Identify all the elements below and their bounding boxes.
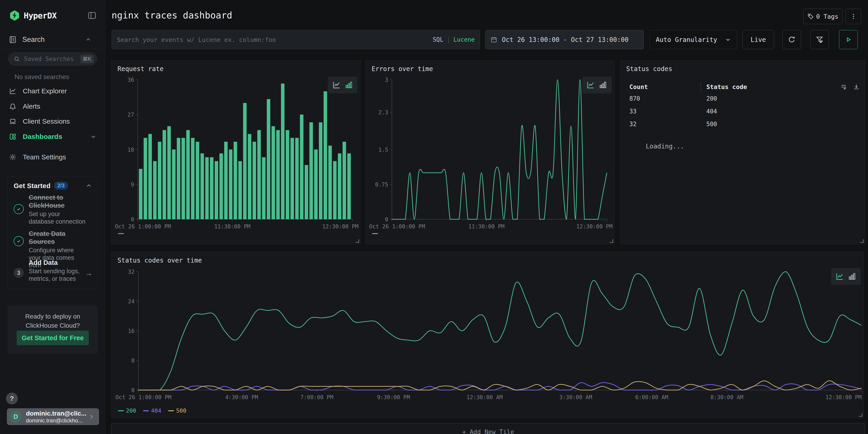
sql-toggle[interactable]: SQL (433, 36, 443, 43)
lang-divider: | (446, 36, 450, 43)
sidebar-item-dashboards[interactable]: Dashboards (0, 130, 105, 143)
event-search-input[interactable]: Search your events w/ Lucene ex. column:… (112, 30, 480, 49)
brand-row: HyperDX (9, 9, 97, 22)
resize-handle[interactable] (356, 239, 359, 243)
table-row[interactable]: 32 500 (620, 121, 865, 133)
bar-chart-toggle-icon[interactable] (847, 272, 857, 281)
task-desc: Set up your database connection (29, 210, 86, 225)
bar-chart-toggle-icon[interactable] (344, 81, 353, 90)
promo-line2: ClickHouse Cloud? (26, 322, 80, 329)
table-row[interactable]: 33 404 (620, 108, 865, 121)
filter-button[interactable] (810, 30, 829, 49)
svg-text:2.3: 2.3 (378, 109, 388, 116)
loading-text: Loading... (646, 143, 684, 150)
granularity-value: Auto Granularity (656, 36, 717, 43)
page-title: nginx traces dashboard (112, 10, 232, 21)
lucene-toggle[interactable]: Lucene (453, 36, 475, 43)
errors-over-time-chart[interactable]: 00.751.52.33Oct 26 1:00:00 PM11:30:00 PM… (366, 61, 614, 244)
status-codes-over-time-chart[interactable]: 08162432Oct 26 1:00:00 PM4:30:00 PM7:00:… (112, 252, 863, 418)
shortcut-badge: ⌘K (81, 55, 94, 63)
request-rate-chart[interactable]: 09182736Oct 26 1:00:00 PM11:30:00 PM12:3… (112, 61, 360, 244)
line-chart-toggle-icon[interactable] (586, 81, 595, 90)
legend-item (118, 233, 124, 234)
sidebar-item-label: Client Sessions (23, 118, 70, 125)
svg-text:16: 16 (128, 328, 134, 334)
svg-text:0: 0 (385, 216, 388, 223)
get-started-free-button[interactable]: Get Started for Free (17, 331, 89, 345)
line-chart-toggle-icon[interactable] (835, 272, 844, 281)
chart-legend[interactable] (118, 233, 124, 234)
saved-searches-input[interactable]: Saved Searches ⌘K (8, 52, 97, 66)
chart-title: Status codes (626, 65, 672, 73)
svg-text:4:30:00 PM: 4:30:00 PM (225, 394, 258, 401)
refresh-icon (787, 35, 796, 44)
play-icon (844, 36, 852, 43)
brand-name: HyperDX (24, 11, 57, 20)
sidebar-item-client-sessions[interactable]: Client Sessions (0, 115, 105, 128)
svg-text:Oct 26 1:00:00 PM: Oct 26 1:00:00 PM (115, 223, 171, 230)
get-started-title: Get Started (14, 182, 51, 190)
no-saved-searches-text: No saved searches (14, 73, 69, 81)
sidebar-item-search[interactable]: Search (9, 34, 97, 45)
chevron-right-icon (88, 413, 95, 420)
svg-text:6:00:00 AM: 6:00:00 AM (635, 394, 668, 401)
resize-handle[interactable] (860, 239, 864, 243)
svg-text:0.75: 0.75 (375, 182, 388, 188)
run-query-button[interactable] (839, 30, 858, 49)
sidebar-item-alerts[interactable]: Alerts (0, 100, 105, 113)
user-name: dominic.tran@clic... (26, 410, 88, 417)
search-section-icon (9, 35, 17, 44)
chevron-down-icon[interactable] (90, 133, 97, 140)
time-range-value: Oct 26 13:00:00 - Oct 27 13:00:00 (502, 36, 628, 43)
table-header: Count Status code (620, 83, 865, 94)
gear-icon (9, 153, 17, 161)
text-wrap-icon[interactable] (840, 83, 847, 90)
resize-handle[interactable] (610, 239, 613, 243)
download-icon[interactable] (853, 83, 860, 90)
add-new-tile-button[interactable]: + Add New Tile (111, 423, 865, 434)
column-resizer[interactable] (701, 83, 701, 92)
chevron-up-icon[interactable] (85, 36, 92, 43)
sidebar-item-chart-explorer[interactable]: Chart Explorer (0, 85, 105, 97)
task-title: Connect to ClickHouse (29, 193, 86, 210)
time-range-picker[interactable]: Oct 26 13:00:00 - Oct 27 13:00:00 (485, 30, 644, 49)
table-row[interactable]: 870 200 (620, 95, 865, 108)
tile-status-codes: Status codes Count Status code 870 200 3… (620, 60, 865, 244)
refresh-button[interactable] (782, 30, 801, 49)
svg-text:24: 24 (128, 298, 134, 305)
user-menu[interactable]: D dominic.tran@clic... dominic.tran@clic… (7, 408, 99, 425)
collapse-sidebar-icon[interactable] (87, 11, 97, 20)
help-button[interactable]: ? (6, 393, 18, 404)
resize-handle[interactable] (859, 413, 862, 417)
task-add-data[interactable]: 3 Add Data Start sending logs, metrics, … (14, 259, 93, 283)
column-header-status-code[interactable]: Status code (706, 83, 747, 90)
legend-item: 404 (143, 407, 161, 414)
chart-type-toggle (582, 76, 612, 93)
task-connect-clickhouse[interactable]: Connect to ClickHouse Set up your databa… (14, 193, 93, 225)
get-started-header[interactable]: Get Started 2/3 (14, 182, 92, 190)
tile-request-rate: Request rate 09182736Oct 26 1:00:00 PM11… (111, 60, 361, 244)
tags-label: 0 Tags (816, 13, 838, 20)
task-title: Create Data Sources (29, 230, 86, 246)
svg-text:7:00:00 PM: 7:00:00 PM (300, 394, 333, 401)
svg-text:36: 36 (127, 77, 134, 83)
chevron-up-icon[interactable] (85, 182, 92, 189)
granularity-select[interactable]: Auto Granularity (650, 30, 737, 49)
svg-text:8:30:00 AM: 8:30:00 AM (710, 394, 743, 401)
tags-button[interactable]: 0 Tags (803, 9, 842, 24)
column-header-count[interactable]: Count (629, 83, 648, 90)
bar-chart-toggle-icon[interactable] (598, 81, 608, 90)
live-button[interactable]: Live (743, 30, 774, 49)
svg-text:12:30:00 AM: 12:30:00 AM (467, 394, 503, 401)
svg-text:12:30:00 PM: 12:30:00 PM (826, 394, 862, 401)
svg-text:3:30:00 AM: 3:30:00 AM (559, 394, 592, 401)
svg-text:11:30:00 PM: 11:30:00 PM (214, 223, 250, 230)
chart-legend[interactable]: 200404500 (118, 407, 186, 414)
cell-count: 33 (629, 108, 637, 115)
more-options-button[interactable] (846, 9, 861, 24)
sidebar-item-team-settings[interactable]: Team Settings (0, 151, 105, 163)
legend-item: 200 (118, 407, 136, 414)
sidebar-item-label: Team Settings (23, 153, 66, 161)
line-chart-toggle-icon[interactable] (332, 81, 341, 90)
chart-legend[interactable] (372, 233, 378, 234)
